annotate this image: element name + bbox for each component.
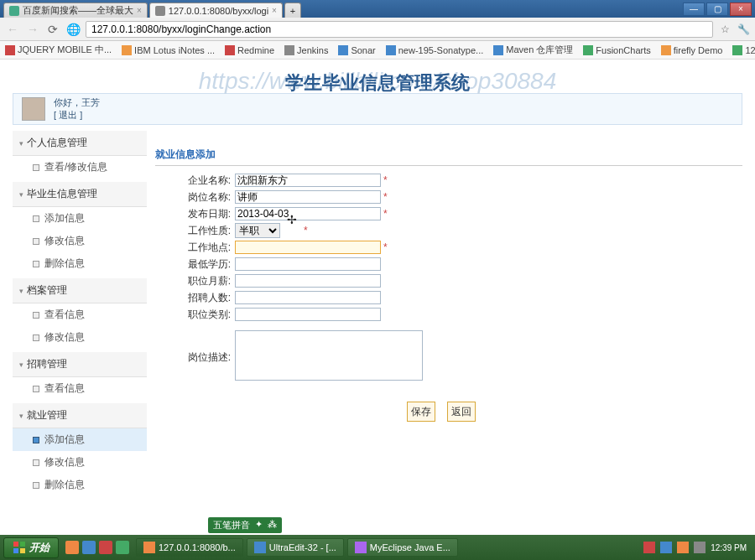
app-icon <box>254 542 266 553</box>
tray-icon[interactable] <box>643 542 655 553</box>
edu-input[interactable] <box>235 257 381 271</box>
sidebar-item[interactable]: 删除信息 <box>13 252 147 275</box>
new-tab-button[interactable]: + <box>284 3 301 18</box>
desc-textarea[interactable] <box>235 330 423 381</box>
quicklaunch-icon[interactable] <box>99 541 112 554</box>
bookmark-icon <box>493 45 503 55</box>
taskbar-item-label: UltraEdit-32 - [... <box>269 542 336 552</box>
bookmark-label: Sonar <box>351 45 375 55</box>
sidebar-header[interactable]: 个人信息管理 <box>13 131 147 156</box>
quicklaunch-icon[interactable] <box>82 541 96 554</box>
bookmark-icon[interactable]: ☆ <box>718 23 732 36</box>
sidebar-item-label: 添加信息 <box>44 211 85 226</box>
sidebar-item[interactable]: 删除信息 <box>13 474 147 496</box>
bullet-icon <box>33 482 39 489</box>
main-content: 就业信息添加 企业名称: * 岗位名称: * 发布日期: * 工作性质: 半职 … <box>155 148 742 422</box>
close-icon[interactable]: × <box>137 6 142 15</box>
minimize-button[interactable]: — <box>683 3 705 16</box>
taskbar-item[interactable]: UltraEdit-32 - [... <box>247 538 344 557</box>
position-input[interactable] <box>235 190 381 204</box>
volume-icon[interactable] <box>694 542 706 553</box>
system-tray: 12:39 PM <box>643 542 752 553</box>
sidebar: 个人信息管理查看/修改信息毕业生信息管理添加信息修改信息删除信息档案管理查看信息… <box>13 131 147 500</box>
url-input[interactable] <box>86 21 713 38</box>
back-button[interactable]: 返回 <box>447 402 476 422</box>
globe-icon: 🌐 <box>65 22 81 37</box>
taskbar-item[interactable]: 127.0.0.1:8080/b... <box>136 538 243 557</box>
bookmark-item[interactable]: 123.127.237.189:... <box>732 45 755 55</box>
bookmark-item[interactable]: Redmine <box>225 45 274 55</box>
bookmark-icon <box>122 45 132 55</box>
bookmark-icon <box>284 45 294 55</box>
start-button[interactable]: 开始 <box>3 537 59 558</box>
save-button[interactable]: 保存 <box>407 402 435 422</box>
bookmark-item[interactable]: new-195-Sonatype... <box>386 45 484 55</box>
salary-label: 职位月薪: <box>155 274 235 288</box>
taskbar-item[interactable]: MyEclipse Java E... <box>347 538 458 557</box>
bookmark-label: new-195-Sonatype... <box>398 45 484 55</box>
sidebar-header[interactable]: 就业管理 <box>13 403 147 428</box>
category-input[interactable] <box>235 308 381 321</box>
close-icon[interactable]: × <box>272 6 277 15</box>
salary-input[interactable] <box>235 274 381 288</box>
svg-rect-3 <box>20 548 25 553</box>
ime-indicator[interactable]: 五笔拼音 ✦ ⁂ <box>208 517 282 533</box>
date-label: 发布日期: <box>155 207 235 221</box>
wrench-icon[interactable]: 🔧 <box>737 23 750 36</box>
location-label: 工作地点: <box>155 241 235 255</box>
sidebar-item[interactable]: 添加信息 <box>13 428 147 451</box>
sidebar-item[interactable]: 修改信息 <box>13 230 147 252</box>
bullet-icon <box>33 238 39 245</box>
forward-button[interactable]: → <box>25 22 40 37</box>
date-input[interactable] <box>235 207 381 220</box>
tab-title: 百度新闻搜索——全球最大 <box>23 4 133 17</box>
back-button[interactable]: ← <box>5 22 20 37</box>
clock[interactable]: 12:39 PM <box>711 543 747 552</box>
required-mark: * <box>304 225 308 236</box>
browser-tab[interactable]: 百度新闻搜索——全球最大 × <box>3 3 148 18</box>
quicklaunch-icon[interactable] <box>116 541 129 554</box>
greeting-text: 你好，王芳 <box>54 96 100 109</box>
sidebar-item-label: 查看/修改信息 <box>44 160 107 174</box>
company-input[interactable] <box>235 174 381 187</box>
close-button[interactable]: × <box>730 3 752 16</box>
bookmark-item[interactable]: IBM Lotus iNotes ... <box>122 45 215 55</box>
required-mark: * <box>383 241 388 253</box>
bookmark-label: Redmine <box>237 45 274 55</box>
bullet-icon <box>33 312 39 319</box>
bookmark-item[interactable]: FusionCharts <box>583 45 650 55</box>
ime-name: 五笔拼音 <box>213 519 250 531</box>
bookmark-item[interactable]: Sonar <box>338 45 375 55</box>
sidebar-item[interactable]: 查看/修改信息 <box>13 156 147 179</box>
favicon-icon <box>155 6 165 16</box>
location-input[interactable] <box>235 241 381 254</box>
category-label: 职位类别: <box>155 308 235 322</box>
bookmark-item[interactable]: Maven 仓库管理 <box>493 44 573 56</box>
svg-rect-2 <box>13 548 18 553</box>
logout-link[interactable]: [ 退出 ] <box>54 109 100 122</box>
sidebar-item-label: 添加信息 <box>44 433 85 447</box>
sidebar-item[interactable]: 修改信息 <box>13 451 147 474</box>
tray-icon[interactable] <box>660 542 672 553</box>
sidebar-item[interactable]: 查看信息 <box>13 377 147 400</box>
quicklaunch-icon[interactable] <box>65 541 79 554</box>
bullet-icon <box>33 215 39 222</box>
form-title: 就业信息添加 <box>155 148 742 166</box>
reload-button[interactable]: ⟳ <box>45 22 60 37</box>
sidebar-item[interactable]: 添加信息 <box>13 207 147 230</box>
sidebar-header[interactable]: 招聘管理 <box>13 352 147 377</box>
bookmark-item[interactable]: firefly Demo <box>661 45 723 55</box>
sidebar-header[interactable]: 毕业生信息管理 <box>13 182 147 207</box>
sidebar-header[interactable]: 档案管理 <box>13 278 147 303</box>
bookmark-item[interactable]: Jenkins <box>284 45 328 55</box>
bookmark-item[interactable]: JQUERY MOBILE 中... <box>5 44 112 56</box>
sidebar-item[interactable]: 查看信息 <box>13 303 147 326</box>
maximize-button[interactable]: ▢ <box>706 3 728 16</box>
browser-tab[interactable]: 127.0.0.1:8080/byxx/logi × <box>149 3 283 18</box>
sidebar-item[interactable]: 修改信息 <box>13 326 147 349</box>
bullet-icon <box>33 386 39 392</box>
bookmark-icon <box>583 45 593 55</box>
tray-icon[interactable] <box>677 542 689 553</box>
count-input[interactable] <box>235 291 381 304</box>
nature-select[interactable]: 半职 <box>235 223 280 238</box>
